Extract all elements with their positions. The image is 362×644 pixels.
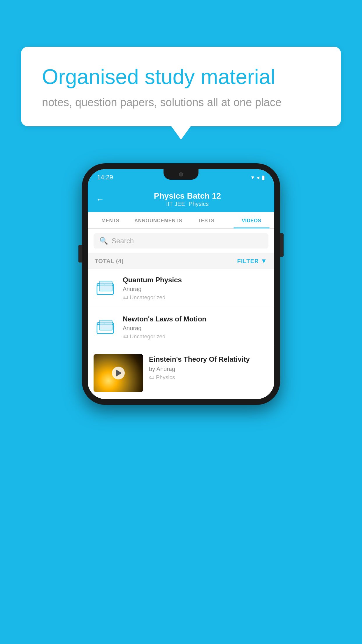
signal-icon: ◂	[256, 174, 259, 181]
item-title: Newton's Laws of Motion	[123, 315, 268, 323]
folder-icon	[96, 278, 115, 297]
search-placeholder: Search	[112, 237, 134, 245]
tag-icon: 🏷	[123, 295, 128, 301]
speech-bubble-container: Organised study material notes, question…	[21, 47, 341, 126]
bubble-subtitle: notes, question papers, solutions all at…	[42, 96, 320, 109]
list-item[interactable]: Einstein's Theory Of Relativity by Anura…	[88, 347, 274, 399]
back-button[interactable]: ←	[96, 195, 104, 204]
subtitle-iitjee: IIT JEE	[166, 201, 185, 207]
status-bar: 14:29 ▾ ◂ ▮	[88, 169, 274, 186]
battery-icon: ▮	[262, 174, 265, 181]
tabs-bar: MENTS ANNOUNCEMENTS TESTS VIDEOS	[88, 212, 274, 229]
notch	[164, 169, 198, 180]
item-tag: 🏷 Uncategorized	[123, 333, 268, 340]
svg-rect-5	[99, 320, 112, 330]
video-thumbnail	[94, 354, 143, 392]
filter-label: FILTER	[237, 258, 259, 265]
tab-tests[interactable]: TESTS	[183, 212, 229, 228]
search-icon: 🔍	[99, 237, 108, 245]
item-info: Quantum Physics Anurag 🏷 Uncategorized	[123, 276, 268, 301]
phone-wrapper: 14:29 ▾ ◂ ▮ ← Physics Batch 12 IIT JEE P…	[82, 163, 280, 405]
header-title-group: Physics Batch 12 IIT JEE Physics	[109, 191, 266, 207]
phone-outer: 14:29 ▾ ◂ ▮ ← Physics Batch 12 IIT JEE P…	[82, 163, 280, 405]
bubble-title: Organised study material	[42, 64, 320, 89]
tag-label: Physics	[156, 374, 175, 381]
item-tag: 🏷 Uncategorized	[123, 294, 268, 301]
filter-bar: TOTAL (4) FILTER ▼	[88, 253, 274, 269]
front-camera	[179, 172, 183, 176]
thumbnail-image	[94, 354, 143, 392]
tag-icon: 🏷	[123, 334, 128, 340]
filter-button[interactable]: FILTER ▼	[237, 257, 267, 265]
app-header: ← Physics Batch 12 IIT JEE Physics	[88, 186, 274, 212]
folder-icon	[96, 317, 115, 336]
batch-title: Physics Batch 12	[109, 191, 266, 201]
search-box[interactable]: 🔍 Search	[94, 233, 268, 249]
play-button[interactable]	[112, 367, 125, 379]
item-tag: 🏷 Physics	[149, 374, 268, 381]
list-item[interactable]: Quantum Physics Anurag 🏷 Uncategorized	[88, 269, 274, 308]
item-thumbnail	[94, 276, 117, 299]
item-info: Newton's Laws of Motion Anurag 🏷 Uncateg…	[123, 315, 268, 340]
header-subtitle: IIT JEE Physics	[109, 201, 266, 207]
tag-label: Uncategorized	[130, 333, 166, 340]
item-title: Quantum Physics	[123, 276, 268, 284]
list-item[interactable]: Newton's Laws of Motion Anurag 🏷 Uncateg…	[88, 308, 274, 347]
tab-ments[interactable]: MENTS	[88, 212, 133, 228]
svg-rect-2	[99, 281, 112, 291]
subtitle-physics: Physics	[189, 201, 209, 207]
filter-icon: ▼	[261, 257, 267, 265]
tag-label: Uncategorized	[130, 294, 166, 301]
wifi-icon: ▾	[251, 174, 254, 181]
item-title: Einstein's Theory Of Relativity	[149, 355, 268, 363]
search-container: 🔍 Search	[88, 229, 274, 253]
play-icon	[116, 370, 122, 377]
total-count: TOTAL (4)	[95, 258, 124, 265]
item-info: Einstein's Theory Of Relativity by Anura…	[149, 354, 268, 381]
status-icons: ▾ ◂ ▮	[251, 174, 265, 181]
phone-screen: 14:29 ▾ ◂ ▮ ← Physics Batch 12 IIT JEE P…	[88, 169, 274, 399]
speech-bubble: Organised study material notes, question…	[21, 47, 341, 126]
item-author: by Anurag	[149, 366, 268, 372]
tab-videos[interactable]: VIDEOS	[229, 212, 274, 228]
tab-announcements[interactable]: ANNOUNCEMENTS	[133, 212, 183, 228]
status-time: 14:29	[97, 174, 113, 181]
item-author: Anurag	[123, 286, 268, 293]
item-author: Anurag	[123, 325, 268, 332]
item-thumbnail	[94, 315, 117, 338]
video-list: Quantum Physics Anurag 🏷 Uncategorized	[88, 269, 274, 399]
tag-icon: 🏷	[149, 374, 154, 381]
